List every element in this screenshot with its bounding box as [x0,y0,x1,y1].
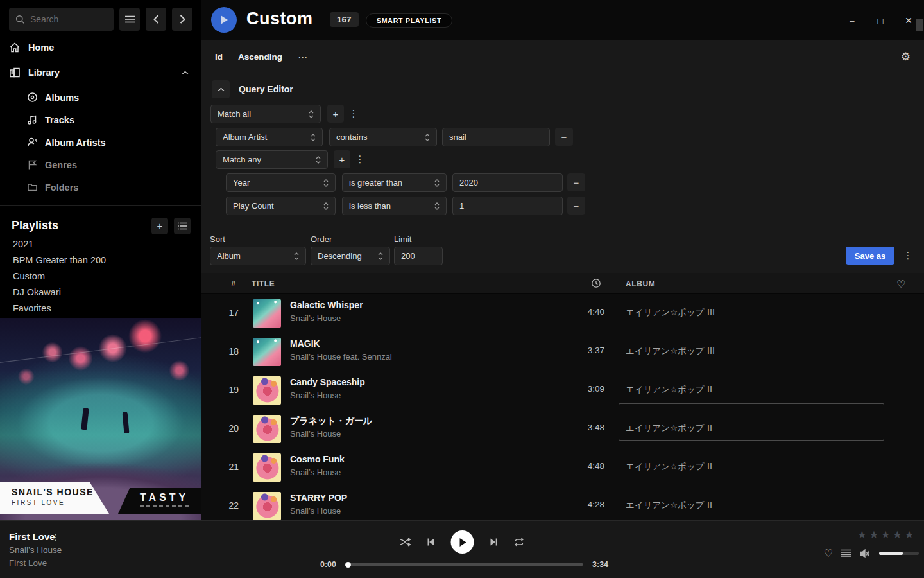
minus-icon: − [561,132,567,143]
label-subtext [140,505,190,507]
next-track-button[interactable] [490,538,499,547]
nav-back-button[interactable] [146,8,166,31]
query-options-button[interactable]: ⋮ [902,247,914,265]
select-arrows-icon [425,134,430,141]
sort-direction-button[interactable]: Ascending [238,52,282,62]
track-row[interactable]: 17 Galactic Whisper Snail’s House 4:40 エ… [201,294,924,333]
rule2-operator-select[interactable]: is greater than [342,173,447,192]
scrollbar-thumb[interactable] [916,19,923,31]
sidebar-item-genres[interactable]: Genres [27,159,193,170]
favorite-column-heart-icon[interactable]: ♡ [896,278,906,290]
track-row[interactable]: 19 Candy Spaceship Snail’s House 3:09 エイ… [201,371,924,410]
rule2-field-select[interactable]: Year [226,173,336,192]
chevron-left-icon [153,15,159,24]
match-type-select-1[interactable]: Match all [210,105,321,123]
rule1-operator-select[interactable]: contains [329,128,437,146]
order-select[interactable]: Descending [311,247,390,265]
star-icon[interactable]: ★ [905,529,914,541]
volume-slider[interactable] [879,552,919,555]
column-number[interactable]: # [226,279,241,288]
nav-forward-button[interactable] [172,8,193,31]
group-options-button-2[interactable]: ⋮ [354,150,366,168]
playlist-item-dj-okawari[interactable]: DJ Okawari [13,287,61,297]
add-rule-button-2[interactable]: + [334,150,350,168]
sidebar-item-home[interactable]: Home [9,42,193,53]
window-minimize-button[interactable]: − [846,14,859,27]
repeat-icon [514,538,525,547]
window-close-button[interactable]: × [902,14,915,27]
seek-handle[interactable] [345,562,351,568]
queue-icon[interactable] [841,549,851,558]
select-arrows-icon [316,156,321,164]
seek-bar[interactable] [345,563,583,566]
sidebar-item-folders[interactable]: Folders [27,182,193,193]
column-album[interactable]: ALBUM [626,279,655,288]
sidebar: Home Library Albums Tracks Album Artists… [0,0,201,520]
sidebar-item-albums[interactable]: Albums [27,92,193,103]
rule1-field-select[interactable]: Album Artist [216,128,323,146]
player-bar: First Love ⋮ Snail’s House First Love 0:… [0,520,924,578]
star-icon[interactable]: ★ [869,529,878,541]
remove-rule1-button[interactable]: − [555,128,573,146]
group-options-button-1[interactable]: ⋮ [348,105,359,123]
playlist-item-custom[interactable]: Custom [13,271,45,281]
star-icon[interactable]: ★ [881,529,890,541]
gear-icon[interactable]: ⚙ [901,50,911,64]
star-icon[interactable]: ★ [857,529,866,541]
track-options-icon[interactable]: ⋮ [51,532,60,542]
minus-icon: − [574,200,579,211]
figure-silhouette [81,408,89,430]
track-row[interactable]: 21 Cosmo Funk Snail’s House 4:48 エイリアン☆ポ… [201,448,924,487]
now-playing-album[interactable]: First Love [9,558,47,568]
playlist-item-bpm[interactable]: BPM Greater than 200 [13,255,106,265]
save-as-button[interactable]: Save as [846,247,894,265]
sidebar-item-library[interactable]: Library [9,67,193,78]
column-title[interactable]: TITLE [252,279,275,288]
sort-select[interactable]: Album [210,247,306,265]
duration-clock-icon[interactable] [591,278,601,288]
favorite-heart-icon[interactable]: ♡ [824,547,833,559]
sidebar-item-tracks[interactable]: Tracks [27,114,193,125]
window-maximize-button[interactable]: □ [874,14,887,27]
playlist-item-2021[interactable]: 2021 [13,239,33,249]
repeat-button[interactable] [514,538,525,547]
shuffle-button[interactable] [400,538,411,547]
sidebar-item-album-artists[interactable]: Album Artists [27,137,193,148]
more-options-icon[interactable]: ⋯ [298,51,308,63]
playlist-item-favorites[interactable]: Favorites [13,303,51,313]
rule3-operator-select[interactable]: is less than [342,197,447,215]
rule2-value-input[interactable] [452,173,563,192]
rule3-value-input[interactable] [452,197,563,215]
playlist-list-button[interactable] [174,218,191,234]
track-row[interactable]: 20 プラネット・ガール Snail’s House 3:48 エイリアン☆ポッ… [201,410,924,448]
volume-icon[interactable] [860,549,871,558]
rule1-value-input[interactable] [442,128,550,146]
star-icon[interactable]: ★ [893,529,902,541]
play-playlist-button[interactable] [211,7,237,33]
query-editor-collapse-button[interactable] [212,80,230,98]
album-art-thumbnail [253,338,281,366]
menu-button[interactable] [119,8,140,31]
match-type-select-2[interactable]: Match any [216,150,328,169]
track-count-badge: 167 [330,12,359,27]
remove-rule3-button[interactable]: − [567,197,585,215]
album-art-thumbnail [253,492,281,520]
play-pause-button[interactable] [451,530,474,554]
limit-input[interactable] [394,247,443,265]
track-row[interactable]: 22 STARRY POP Snail’s House 4:28 エイリアン☆ポ… [201,487,924,520]
previous-track-button[interactable] [427,538,436,547]
rule3-field-select[interactable]: Play Count [226,197,336,215]
track-row[interactable]: 18 MAGIK Snail’s House feat. Sennzai 3:3… [201,333,924,371]
now-playing-title[interactable]: First Love [9,531,55,542]
add-rule-button-1[interactable]: + [327,105,344,123]
now-playing-artist[interactable]: Snail’s House [9,545,62,555]
library-icon [9,67,21,78]
add-playlist-button[interactable]: + [151,218,168,234]
search-input[interactable] [30,14,107,24]
search-box[interactable] [9,8,114,31]
hamburger-icon [125,15,135,23]
remove-rule2-button[interactable]: − [567,173,585,191]
figure-silhouette [123,412,130,434]
sort-field-button[interactable]: Id [215,52,223,62]
now-playing-artwork[interactable]: SNAIL'S HOUSE FIRST LOVE TASTY [0,318,201,520]
